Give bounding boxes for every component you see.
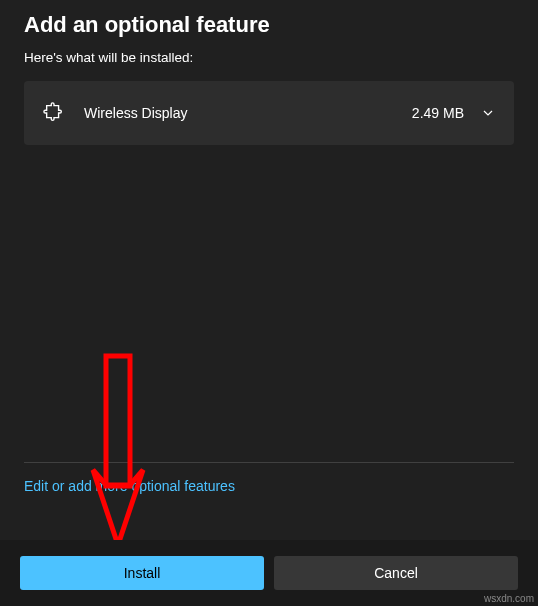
feature-size: 2.49 MB [412, 105, 464, 121]
divider [24, 462, 514, 463]
cancel-button[interactable]: Cancel [274, 556, 518, 590]
dialog-title: Add an optional feature [24, 12, 514, 38]
install-button[interactable]: Install [20, 556, 264, 590]
dialog-subtitle: Here's what will be installed: [24, 50, 514, 65]
puzzle-icon [42, 101, 66, 125]
bottom-section: Edit or add more optional features [24, 462, 514, 495]
chevron-down-icon [480, 105, 496, 121]
feature-name: Wireless Display [84, 105, 412, 121]
watermark-text: wsxdn.com [484, 593, 534, 604]
feature-row[interactable]: Wireless Display 2.49 MB [24, 81, 514, 145]
dialog-footer: Install Cancel [0, 540, 538, 606]
annotation-arrow [90, 350, 150, 550]
dialog-content: Add an optional feature Here's what will… [0, 0, 538, 145]
edit-features-link[interactable]: Edit or add more optional features [24, 478, 235, 494]
